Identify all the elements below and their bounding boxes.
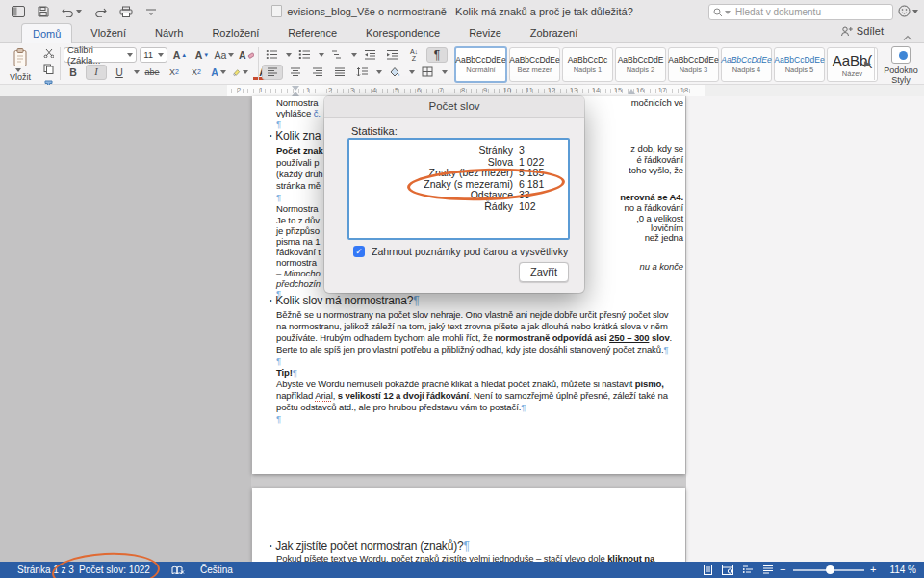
statistics-label: Statistika: xyxy=(351,125,398,137)
footnotes-checkbox[interactable]: ✓ xyxy=(353,246,365,257)
stat-value-dky: 102 xyxy=(519,201,568,213)
print-layout-view-icon[interactable] xyxy=(703,565,713,577)
ruler-number: 16 xyxy=(636,86,644,94)
styles-more-arrow[interactable]: ▶ xyxy=(864,59,871,68)
zoom-slider-knob[interactable] xyxy=(826,565,834,574)
subscript-button[interactable]: X2 xyxy=(165,65,184,79)
close-dialog-button[interactable]: Zavřít xyxy=(519,262,569,282)
italic-button[interactable]: I xyxy=(86,65,107,80)
styles-pane-button[interactable]: Podokno Styly xyxy=(880,46,922,85)
search-scope-caret[interactable] xyxy=(725,11,731,14)
undo-icon[interactable] xyxy=(62,7,82,17)
align-center-button[interactable] xyxy=(286,65,305,79)
strikethrough-button[interactable]: abe xyxy=(142,65,162,79)
tab-dom[interactable]: Domů xyxy=(21,23,72,43)
stat-label-str-nky: Stránky xyxy=(349,145,513,157)
ribbon: Vložit Calibri (Zákla... xyxy=(0,43,924,85)
ruler-number: 11 xyxy=(526,86,533,94)
shading-caret[interactable] xyxy=(409,70,415,74)
redo-icon[interactable] xyxy=(94,7,107,17)
first-line-indent-marker[interactable] xyxy=(292,86,299,91)
style-bez-mezer[interactable]: AaBbCcDdEeBez mezer xyxy=(509,47,560,82)
word-count-dialog[interactable]: Počet slov Statistika: Stránky3Slova1 02… xyxy=(324,96,584,293)
style-nadpis-3[interactable]: AaBbCcDdEeNadpis 3 xyxy=(668,47,719,82)
borders-button[interactable] xyxy=(418,65,437,79)
page-2[interactable] xyxy=(252,488,685,562)
sort-button[interactable]: A↓Z xyxy=(404,47,424,62)
style-label: Bez mezer xyxy=(518,66,552,74)
text-effects-button[interactable]: A xyxy=(209,65,228,79)
cut-icon[interactable] xyxy=(38,45,58,60)
underline-button[interactable]: U xyxy=(110,65,129,79)
change-case-button[interactable]: Aa xyxy=(215,47,234,62)
proofing-errors-icon[interactable] xyxy=(171,565,185,578)
style-nadpis-1[interactable]: AaBbCcDcNadpis 1 xyxy=(562,47,613,82)
stat-label-dky: Řádky xyxy=(349,201,513,213)
highlight-button[interactable] xyxy=(231,65,250,79)
search-input[interactable] xyxy=(733,6,888,18)
numbered-list-button[interactable] xyxy=(295,47,314,62)
print-icon[interactable] xyxy=(119,6,133,17)
shading-button[interactable] xyxy=(385,65,404,79)
paste-label: Vložit xyxy=(0,72,40,82)
tab-vlo-en[interactable]: Vložení xyxy=(80,23,137,42)
style-nadpis-5[interactable]: AaBbCcDdEeNadpis 5 xyxy=(774,47,825,82)
zoom-level[interactable]: 114 % xyxy=(889,562,916,578)
draft-view-icon[interactable] xyxy=(762,565,774,577)
language-indicator[interactable]: Čeština xyxy=(200,562,233,578)
styles-pane-icon xyxy=(891,46,911,64)
line-spacing-caret[interactable] xyxy=(376,70,382,74)
zoom-out-button[interactable]: − xyxy=(780,562,785,578)
line-spacing-button[interactable] xyxy=(352,65,372,79)
zoom-in-button[interactable]: + xyxy=(870,562,876,578)
outline-view-icon[interactable] xyxy=(742,565,754,577)
tab-rozlo-en[interactable]: Rozložení xyxy=(201,23,270,42)
grow-font-button[interactable]: A▲ xyxy=(170,47,190,62)
quick-access-more-icon[interactable] xyxy=(145,6,157,17)
feedback-smiley-icon[interactable] xyxy=(898,5,918,17)
sidebar-toggle-icon[interactable] xyxy=(12,6,25,17)
clear-formatting-button[interactable]: A xyxy=(237,47,256,62)
align-left-button[interactable] xyxy=(262,65,283,80)
style-label: Nadpis 3 xyxy=(680,66,708,74)
copy-icon[interactable] xyxy=(38,62,58,76)
shrink-font-button[interactable]: A▼ xyxy=(192,47,212,62)
bold-button[interactable]: B xyxy=(64,65,83,79)
font-name-select[interactable]: Calibri (Zákla... xyxy=(64,47,137,63)
borders-caret[interactable] xyxy=(442,70,448,74)
font-size-select[interactable]: 11 xyxy=(140,47,167,63)
justify-button[interactable] xyxy=(330,65,349,79)
underline-caret[interactable] xyxy=(134,70,140,74)
share-button[interactable]: Sdílet xyxy=(840,25,884,37)
style-norm-ln[interactable]: AaBbCcDdEeNormální xyxy=(454,46,507,83)
style-nadpis-4[interactable]: AaBbCcDdEeNadpis 4 xyxy=(721,47,772,82)
right-indent-marker[interactable] xyxy=(628,89,635,94)
paste-button[interactable] xyxy=(6,47,35,70)
style-nadpis-2[interactable]: AaBbCcDdENadpis 2 xyxy=(615,47,666,82)
search-icon xyxy=(713,8,723,17)
tab-zobrazen[interactable]: Zobrazení xyxy=(520,23,589,42)
tab-korespondence[interactable]: Korespondence xyxy=(355,23,450,42)
tab-revize[interactable]: Revize xyxy=(458,23,512,42)
numbered-list-caret[interactable] xyxy=(319,53,324,57)
multilevel-list-button[interactable] xyxy=(327,47,346,62)
decrease-indent-button[interactable] xyxy=(360,47,379,62)
search-box[interactable] xyxy=(708,4,893,20)
dialog-title[interactable]: Počet slov xyxy=(324,96,584,118)
bullet-list-button[interactable] xyxy=(262,47,281,62)
ruler[interactable]: 21123456789101112131415161718 xyxy=(0,85,924,96)
tab-n-vrh[interactable]: Návrh xyxy=(144,23,193,42)
web-layout-view-icon[interactable] xyxy=(722,565,733,577)
save-icon[interactable] xyxy=(38,6,49,17)
align-right-button[interactable] xyxy=(308,65,327,79)
show-formatting-marks-button[interactable]: ¶ xyxy=(426,47,448,63)
ruler-number: 2 xyxy=(328,86,332,94)
increase-indent-button[interactable] xyxy=(382,47,401,62)
style-label: Název xyxy=(842,69,862,78)
paragraph-group: A↓Z ¶ xyxy=(262,43,447,84)
superscript-button[interactable]: X2 xyxy=(187,65,206,79)
undo-caret[interactable] xyxy=(76,10,82,13)
bullet-list-caret[interactable] xyxy=(286,53,292,57)
multilevel-list-caret[interactable] xyxy=(351,53,357,57)
tab-reference[interactable]: Reference xyxy=(277,23,347,42)
